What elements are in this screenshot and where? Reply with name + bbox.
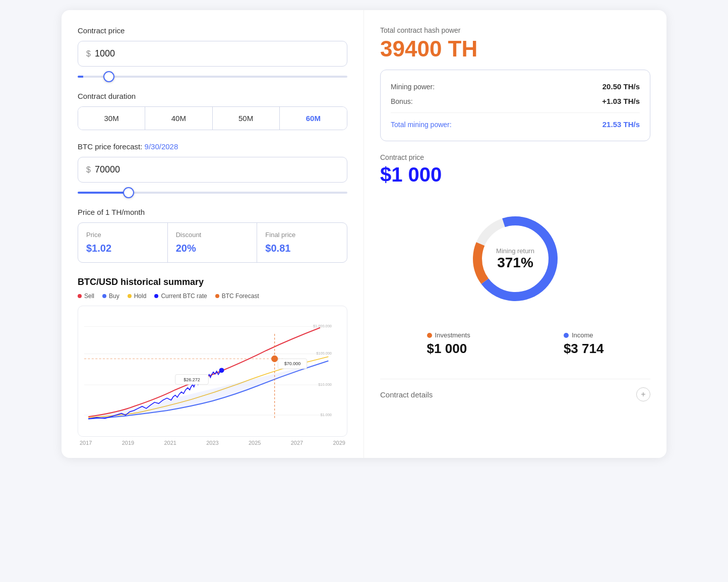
contract-price-slider[interactable] [78, 76, 347, 78]
th-price-cell-discount-label: Discount [176, 231, 249, 239]
bonus-label: Bonus: [391, 97, 413, 105]
svg-text:$1.000.000: $1.000.000 [313, 324, 332, 328]
bonus-row: Bonus: +1.03 TH/s [391, 94, 640, 108]
legend-label-btc-rate: Current BTC rate [161, 293, 207, 300]
th-price-cell-final: Final price $0.81 [257, 223, 347, 262]
right-contract-price-section: Contract price $1 000 [380, 153, 650, 196]
btc-price-slider[interactable] [78, 192, 347, 194]
hash-power-section: Total contract hash power 39400 TH Minin… [380, 26, 650, 141]
legend-btc-rate: Current BTC rate [154, 293, 207, 300]
th-price-cell-final-label: Final price [265, 231, 339, 239]
contract-price-input-value: 1000 [95, 48, 115, 59]
income-item: Income $3 714 [564, 331, 604, 357]
hash-power-value: 39400 TH [380, 36, 650, 62]
right-contract-price-value: $1 000 [380, 163, 650, 186]
contract-price-slider-container [78, 71, 347, 80]
chart-section: BTC/USD historical summary Sell Buy Hold… [78, 277, 347, 446]
chart-wrapper: $1.000.000 $100.000 $10.000 $1.000 [78, 306, 347, 437]
right-panel: Total contract hash power 39400 TH Minin… [364, 10, 666, 458]
income-legend: Income [564, 331, 593, 339]
income-value: $3 714 [564, 341, 604, 357]
total-mining-value: 21.53 TH/s [602, 120, 640, 129]
svg-text:$1.000: $1.000 [320, 413, 332, 417]
donut-center-value: 371% [497, 255, 533, 270]
chart-svg: $1.000.000 $100.000 $10.000 $1.000 [84, 312, 341, 430]
legend-dot-hold [128, 294, 132, 298]
mining-power-label: Mining power: [391, 83, 435, 91]
chart-x-2023: 2023 [206, 440, 218, 446]
investments-label: Investments [435, 331, 470, 339]
svg-text:$70.000: $70.000 [284, 362, 301, 367]
chart-x-2021: 2021 [164, 440, 176, 446]
duration-btn-50m[interactable]: 50M [213, 107, 280, 130]
legend-label-sell: Sell [84, 293, 94, 300]
main-container: Contract price $ 1000 Contract duration … [62, 10, 666, 458]
legend-hold: Hold [128, 293, 147, 300]
duration-btn-40m[interactable]: 40M [145, 107, 212, 130]
donut-wrapper: Mining return 371% [465, 208, 566, 309]
contract-details-label: Contract details [380, 390, 433, 399]
mining-details-card: Mining power: 20.50 TH/s Bonus: +1.03 TH… [380, 70, 650, 141]
legend-dot-buy [102, 294, 106, 298]
contract-duration-section: Contract duration 30M 40M 50M 60M [78, 92, 347, 130]
th-price-cell-discount: Discount 20% [168, 223, 258, 262]
income-dot [564, 333, 569, 338]
bonus-value: +1.03 TH/s [602, 97, 640, 105]
duration-btn-60m[interactable]: 60M [280, 107, 347, 130]
btc-price-input-value: 70000 [95, 164, 120, 175]
contract-duration-label: Contract duration [78, 92, 347, 100]
legend-label-buy: Buy [109, 293, 119, 300]
investments-item: Investments $1 000 [427, 331, 470, 357]
legend-dot-btc-rate [154, 294, 158, 298]
mining-power-value: 20.50 TH/s [602, 82, 640, 91]
legend-sell: Sell [78, 293, 94, 300]
th-price-grid: Price $1.02 Discount 20% Final price $0.… [78, 222, 347, 263]
total-mining-row: Total mining power: 21.53 TH/s [391, 117, 640, 132]
mining-divider [391, 112, 640, 113]
btc-forecast-label: BTC price forecast: 9/30/2028 [78, 142, 347, 151]
investments-value: $1 000 [427, 341, 467, 357]
btc-forecast-date[interactable]: 9/30/2028 [145, 142, 178, 151]
th-price-cell-price-value: $1.02 [86, 243, 159, 254]
th-price-cell-price-label: Price [86, 231, 159, 239]
donut-center-label: Mining return [496, 247, 534, 255]
contract-details-expand-button[interactable]: + [636, 387, 650, 401]
btc-price-slider-container [78, 187, 347, 196]
right-contract-price-label: Contract price [380, 153, 650, 161]
th-price-cell-price: Price $1.02 [78, 223, 168, 262]
th-price-cell-discount-value: 20% [176, 243, 249, 254]
svg-text:$26.272: $26.272 [184, 377, 200, 382]
investments-dot [427, 333, 432, 338]
invest-income-row: Investments $1 000 Income $3 714 [380, 331, 650, 357]
btc-currency-symbol: $ [86, 165, 91, 174]
th-price-section: Price of 1 TH/month Price $1.02 Discount… [78, 208, 347, 263]
btc-price-input-box: $ 70000 [78, 157, 347, 183]
duration-group: 30M 40M 50M 60M [78, 106, 347, 130]
svg-point-11 [271, 356, 278, 362]
legend-buy: Buy [102, 293, 119, 300]
contract-price-label: Contract price [78, 26, 347, 35]
duration-btn-30m[interactable]: 30M [78, 107, 145, 130]
contract-price-input-box: $ 1000 [78, 41, 347, 67]
svg-point-9 [219, 368, 224, 373]
hash-power-label: Total contract hash power [380, 26, 650, 34]
chart-x-2029: 2029 [333, 440, 345, 446]
chart-x-2027: 2027 [291, 440, 303, 446]
chart-x-2019: 2019 [122, 440, 134, 446]
chart-x-2017: 2017 [80, 440, 92, 446]
legend-label-hold: Hold [134, 293, 147, 300]
donut-container: Mining return 371% [380, 208, 650, 309]
contract-details-row: Contract details + [380, 379, 650, 401]
btc-forecast-section: BTC price forecast: 9/30/2028 $ 70000 [78, 142, 347, 196]
legend-dot-btc-forecast [215, 294, 219, 298]
left-panel: Contract price $ 1000 Contract duration … [62, 10, 364, 458]
th-price-cell-final-value: $0.81 [265, 243, 339, 254]
mining-power-row: Mining power: 20.50 TH/s [391, 79, 640, 94]
svg-text:$100.000: $100.000 [316, 351, 332, 356]
svg-text:$10.000: $10.000 [318, 382, 332, 387]
legend-dot-sell [78, 294, 82, 298]
income-label: Income [572, 331, 593, 339]
investments-legend: Investments [427, 331, 470, 339]
chart-legend: Sell Buy Hold Current BTC rate BTC Forec… [78, 293, 347, 300]
th-price-label: Price of 1 TH/month [78, 208, 347, 216]
